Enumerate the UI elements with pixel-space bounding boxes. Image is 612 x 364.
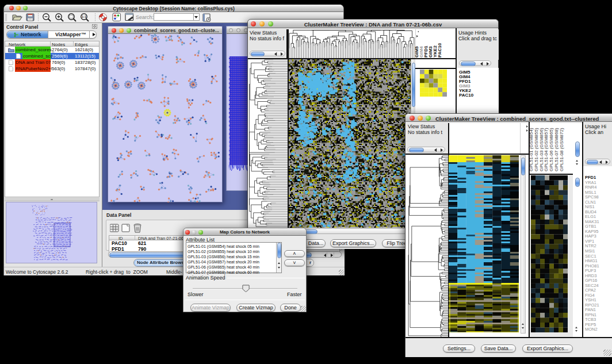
svg-text:1:1: 1:1 [82, 15, 86, 18]
